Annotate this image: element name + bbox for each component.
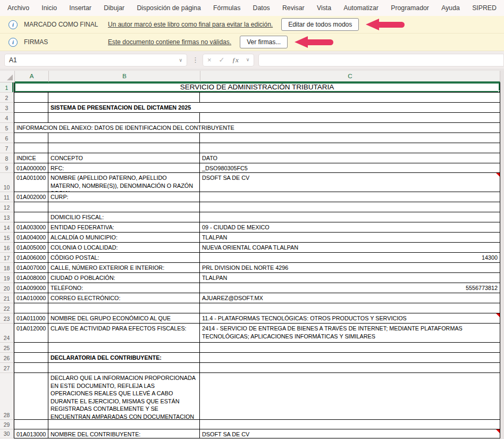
cell-c12[interactable]: [200, 202, 500, 212]
cell-c21[interactable]: AJUAREZ@DSOFT.MX: [200, 293, 500, 303]
row-header-8[interactable]: 8: [0, 153, 14, 163]
cell-c11[interactable]: [200, 192, 500, 202]
cell-a3[interactable]: [14, 103, 48, 112]
menu-automatizar[interactable]: Automatizar: [343, 4, 379, 12]
cell-b30[interactable]: NOMBRE DEL CONTRIBUYENTE:: [48, 429, 200, 438]
cell-b25[interactable]: [48, 343, 200, 352]
cell-b28[interactable]: DECLARO QUE LA INFORMACION PROPORCIONADA…: [48, 373, 200, 419]
cell-c18[interactable]: PRL DIVISION DEL NORTE 4296: [200, 263, 500, 272]
cell-b4[interactable]: [48, 113, 200, 122]
row-header-29[interactable]: 29: [0, 420, 14, 429]
cell-a22[interactable]: [14, 303, 48, 313]
cell-c2[interactable]: [200, 93, 500, 102]
cell-c29[interactable]: [200, 420, 500, 429]
cell-b8[interactable]: CONCEPTO: [48, 153, 200, 163]
cell-c13[interactable]: [200, 212, 500, 222]
row-header-6[interactable]: 6: [0, 133, 14, 143]
cell-a28[interactable]: [14, 373, 48, 419]
cell-a8[interactable]: INDICE: [14, 153, 48, 163]
cell-a4[interactable]: [14, 113, 48, 122]
cell-c17[interactable]: 14300: [200, 253, 500, 262]
cell-c6[interactable]: [200, 133, 500, 143]
cell-b15[interactable]: ALCALDÍA O MUNICIPIO:: [48, 233, 200, 242]
cell-a15[interactable]: 01A004000: [14, 233, 48, 242]
cell-c10[interactable]: DSOFT SA DE CV: [200, 173, 500, 192]
cell-a6[interactable]: [14, 133, 48, 143]
cell-c24[interactable]: 2414 - SERVICIO DE ENTREGA DE BIENES A T…: [200, 324, 500, 342]
cell-a13[interactable]: [14, 212, 48, 222]
cell-b6[interactable]: [48, 133, 200, 143]
cell-a9[interactable]: 01A000000: [14, 163, 48, 172]
row-header-1[interactable]: 1: [0, 82, 14, 93]
enter-icon[interactable]: ✓: [219, 56, 225, 63]
cell-a21[interactable]: 01A010000: [14, 293, 48, 303]
cell-a14[interactable]: 01A003000: [14, 222, 48, 232]
cell-c16[interactable]: NUEVA ORIENTAL COAPA TLALPAN: [200, 243, 500, 252]
cell-c20[interactable]: 5556773812: [200, 283, 500, 293]
row-header-23[interactable]: 23: [0, 313, 14, 324]
cell-a11[interactable]: 01A002000: [14, 192, 48, 202]
cell-merged-r5[interactable]: INFORMACION DEL ANEXO: DATOS DE IDENTIFI…: [14, 123, 500, 132]
marked-final-message-link[interactable]: Un autor marcó este libro como final par…: [108, 21, 273, 28]
row-header-9[interactable]: 9: [0, 163, 14, 173]
cell-c26[interactable]: [200, 353, 500, 362]
row-header-13[interactable]: 13: [0, 212, 14, 222]
row-header-26[interactable]: 26: [0, 353, 14, 363]
cell-a25[interactable]: [14, 343, 48, 352]
row-header-22[interactable]: 22: [0, 303, 14, 313]
row-header-16[interactable]: 16: [0, 243, 14, 253]
cell-b21[interactable]: CORREO ELECTRÓNICO:: [48, 293, 200, 303]
cell-b7[interactable]: [48, 143, 200, 153]
cell-a19[interactable]: 01A008000: [14, 273, 48, 283]
cell-a20[interactable]: 01A009000: [14, 283, 48, 293]
cell-b14[interactable]: ENTIDAD FEDERATIVA:: [48, 222, 200, 232]
row-header-21[interactable]: 21: [0, 293, 14, 303]
menu-insertar[interactable]: Insertar: [69, 4, 91, 12]
menu-vista[interactable]: Vista: [317, 4, 331, 12]
column-header-c[interactable]: C: [200, 71, 500, 82]
menu-archivo[interactable]: Archivo: [7, 4, 29, 12]
cell-b26[interactable]: DECLARATORIA DEL CONTRIBUYENTE:: [48, 353, 200, 362]
cell-merged-r1[interactable]: SERVICIO DE ADMINISTRACIÓN TRIBUTARIA: [14, 82, 500, 92]
row-header-4[interactable]: 4: [0, 113, 14, 123]
menu-disposici-n-de-p-gina[interactable]: Disposición de página: [137, 4, 200, 12]
row-header-19[interactable]: 19: [0, 273, 14, 283]
row-header-24[interactable]: 24: [0, 324, 14, 343]
name-box[interactable]: A1 ∨: [4, 54, 187, 67]
select-all-corner[interactable]: [0, 71, 15, 82]
row-header-5[interactable]: 5: [0, 123, 14, 133]
cell-c27[interactable]: [200, 363, 500, 372]
cell-b18[interactable]: CALLE, NÚMERO EXTERIOR E INTERIOR:: [48, 263, 200, 272]
cell-b2[interactable]: [48, 93, 200, 102]
menu-datos[interactable]: Datos: [253, 4, 270, 12]
row-header-14[interactable]: 14: [0, 222, 14, 233]
cell-c28[interactable]: [200, 373, 500, 419]
cell-b17[interactable]: CÓDIGO POSTAL:: [48, 253, 200, 262]
cell-b13[interactable]: DOMICILIO FISCAL:: [48, 212, 200, 222]
insert-function-icon[interactable]: ƒx: [232, 56, 239, 63]
row-header-28[interactable]: 28: [0, 373, 14, 420]
cell-c8[interactable]: DATO: [200, 153, 500, 163]
edit-anyway-button[interactable]: Editar de todos modos: [281, 18, 359, 31]
row-header-10[interactable]: 10: [0, 173, 14, 192]
cell-c14[interactable]: 09 - CIUDAD DE MEXICO: [200, 222, 500, 232]
cell-b22[interactable]: [48, 303, 200, 313]
row-header-15[interactable]: 15: [0, 233, 14, 243]
cell-a26[interactable]: [14, 353, 48, 362]
cell-a7[interactable]: [14, 143, 48, 153]
cell-a24[interactable]: 01A012000: [14, 324, 48, 342]
cell-c7[interactable]: [200, 143, 500, 153]
cell-merged-bc3[interactable]: SISTEMA DE PRESENTACION DEL DICTAMEN 202…: [48, 103, 500, 112]
cell-a17[interactable]: 01A006000: [14, 253, 48, 262]
row-header-17[interactable]: 17: [0, 253, 14, 263]
cell-c23[interactable]: 11.4 - PLATAFORMAS TECNOLÓGICAS: OTROS P…: [200, 313, 500, 323]
cell-c4[interactable]: [200, 113, 500, 122]
cell-a12[interactable]: [14, 202, 48, 212]
row-header-11[interactable]: 11: [0, 192, 14, 202]
column-header-a[interactable]: A: [15, 71, 49, 82]
menu-sipred[interactable]: SIPRED: [472, 4, 497, 12]
menu-f-rmulas[interactable]: Fórmulas: [213, 4, 240, 12]
cell-b11[interactable]: CURP:: [48, 192, 200, 202]
cell-b16[interactable]: COLONIA O LOCALIDAD:: [48, 243, 200, 252]
menu-programador[interactable]: Programador: [391, 4, 429, 12]
